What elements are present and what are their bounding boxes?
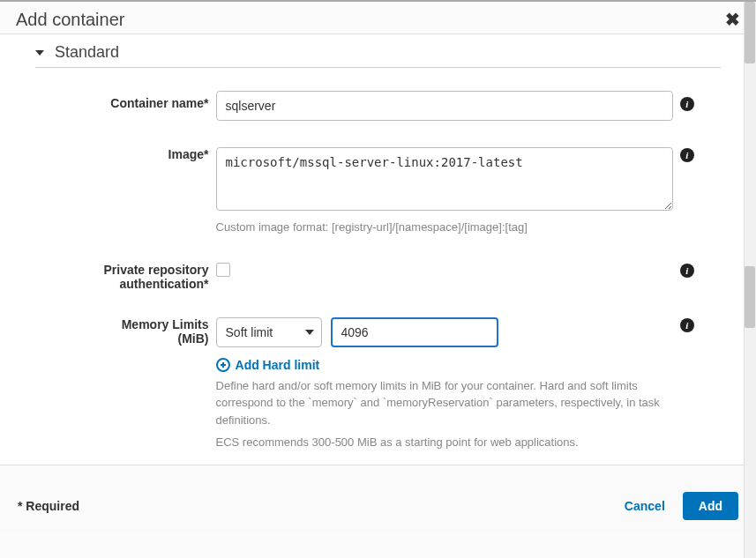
modal-footer: * Required Cancel Add <box>0 481 756 531</box>
chevron-down-icon <box>35 50 44 56</box>
memory-limit-type-value: Soft limit <box>226 325 273 339</box>
memory-limit-type-select[interactable]: Soft limit <box>216 317 322 347</box>
modal-header: Add container ✖ <box>0 2 756 33</box>
close-icon[interactable]: ✖ <box>725 9 740 30</box>
cancel-button[interactable]: Cancel <box>616 492 674 520</box>
section-title: Standard <box>55 43 119 62</box>
add-button[interactable]: Add <box>683 492 738 520</box>
outer-vertical-scrollbar[interactable] <box>744 2 756 558</box>
add-hard-limit-button[interactable]: Add Hard limit <box>216 358 673 372</box>
horizontal-scrollbar[interactable] <box>0 465 756 481</box>
scrollbar-thumb[interactable] <box>745 266 755 328</box>
scrollbar-thumb[interactable] <box>745 2 755 63</box>
chevron-down-icon <box>305 330 314 335</box>
plus-circle-icon <box>216 358 230 372</box>
memory-value-input[interactable] <box>331 317 498 347</box>
memory-help-text-2: ECS recommends 300-500 MiB as a starting… <box>216 434 673 451</box>
container-name-label: Container name* <box>110 96 208 110</box>
image-label: Image* <box>168 147 209 161</box>
required-note: * Required <box>18 499 79 513</box>
private-repo-label-2: authentication* <box>119 277 208 291</box>
section-standard-toggle[interactable]: Standard <box>35 43 721 68</box>
modal-body[interactable]: Standard Container name* i Image* <span>… <box>0 33 756 465</box>
image-input[interactable]: <span></span> <box>216 147 673 211</box>
image-help-text: Custom image format: [registry-url]/[nam… <box>216 219 673 236</box>
memory-help-text-1: Define hard and/or soft memory limits in… <box>216 377 673 429</box>
info-icon[interactable]: i <box>680 97 694 111</box>
modal-dialog: Add container ✖ Standard Container name*… <box>0 0 756 558</box>
info-icon[interactable]: i <box>680 318 694 332</box>
info-icon[interactable]: i <box>680 148 694 162</box>
info-icon[interactable]: i <box>680 264 694 278</box>
form-table: Container name* i Image* <span></span> C… <box>35 86 721 457</box>
memory-label-1: Memory Limits <box>122 317 209 331</box>
container-name-input[interactable] <box>216 91 673 121</box>
modal-title: Add container <box>16 10 124 30</box>
private-repo-label-1: Private repository <box>103 263 208 277</box>
private-repo-checkbox[interactable] <box>216 263 230 277</box>
memory-label-2: (MiB) <box>178 331 209 346</box>
add-hard-limit-label: Add Hard limit <box>236 358 320 372</box>
